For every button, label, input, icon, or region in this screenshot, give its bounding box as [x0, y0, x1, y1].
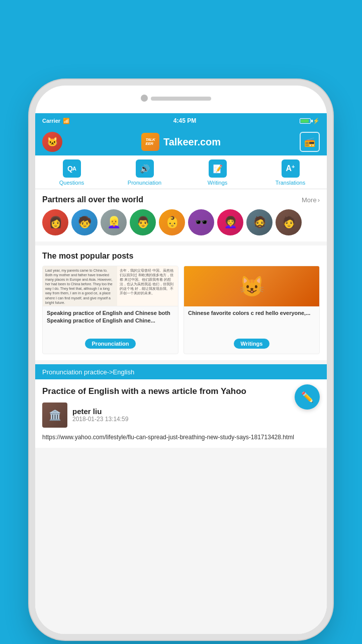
post-title-1: Speaking practice of English and Chinese… — [47, 309, 174, 335]
author-name: peter liu — [72, 407, 128, 416]
partner-avatar[interactable]: 🧑 — [276, 209, 302, 235]
logo-badge: TALKEER — [141, 133, 159, 151]
post-chinese-text: 去年，我的父母曾经 中国。虽然他们以前到过 和欧洲的很多地方，但都 来过中国。他… — [117, 266, 178, 306]
post-image-2: 😺 — [184, 266, 319, 306]
writings-icon: 📝 — [209, 159, 227, 178]
user-avatar[interactable]: 🐱 — [42, 132, 62, 152]
partner-avatar[interactable]: 👩‍🦱 — [217, 209, 243, 235]
status-carrier: Carrier 📶 — [42, 118, 70, 124]
phone-speaker — [151, 97, 211, 101]
posts-row: Last year, my parents came to China to. … — [42, 266, 320, 354]
post-tag-pronunciation[interactable]: Pronunciation — [85, 339, 136, 349]
pronunciation-icon: 🔊 — [136, 159, 154, 178]
partner-avatar[interactable]: 🕶️ — [188, 209, 214, 235]
popular-posts-title: The most popular posts — [42, 252, 133, 261]
phone-frame: Carrier 📶 4:45 PM ⚡ 🐱 TALKEER Talkeer.co… — [35, 86, 327, 634]
post-text-area-2: Chinese favorite colors c red hello ever… — [184, 306, 319, 354]
popular-posts-section: The most popular posts Last year, my par… — [35, 246, 327, 360]
partners-row: 👩 🧒 👱‍♀️ 👨 👶 🕶️ 👩‍🦱 🧔 🧑 — [42, 209, 320, 235]
post-english-text: Last year, my parents came to China to. … — [43, 266, 117, 306]
chevron-right-icon: › — [318, 196, 320, 204]
post-card-1[interactable]: Last year, my parents came to China to. … — [42, 266, 178, 354]
partner-avatar[interactable]: 👱‍♀️ — [101, 209, 127, 235]
status-bar: Carrier 📶 4:45 PM ⚡ — [35, 113, 327, 128]
content-area: Partners all over the world More › 👩 🧒 👱… — [35, 189, 327, 634]
author-date: 2018-01-23 13:14:59 — [72, 416, 128, 423]
nav-tabs: QA Questions 🔊 Pronunciation 📝 Writings … — [35, 155, 327, 189]
app-header: 🐱 TALKEER Talkeer.com 📻 — [35, 128, 327, 155]
article-header-text: Pronunciation practice->English — [42, 368, 134, 376]
partner-avatar[interactable]: 🧒 — [71, 209, 98, 235]
partners-header: Partners all over the world More › — [42, 195, 320, 204]
tab-questions[interactable]: QA Questions — [35, 159, 108, 186]
tab-translations[interactable]: A+ Translations — [254, 159, 327, 186]
article-author-row: 🏛️ peter liu 2018-01-23 13:14:59 — [42, 403, 320, 428]
partners-more[interactable]: More › — [302, 196, 320, 204]
tab-pronunciation[interactable]: 🔊 Pronunciation — [108, 159, 181, 186]
status-time: 4:45 PM — [173, 117, 196, 124]
author-info: peter liu 2018-01-23 13:14:59 — [72, 407, 128, 423]
compose-button[interactable]: ✏️ — [295, 384, 320, 410]
partner-avatar[interactable]: 👨 — [130, 209, 156, 235]
article-link[interactable]: https://www.yahoo.com/lifestyle/flu-can-… — [42, 433, 320, 442]
tab-translations-label: Translations — [276, 180, 306, 186]
post-title-2: Chinese favorite colors c red hello ever… — [188, 309, 315, 335]
article-header-bar: Pronunciation practice->English — [35, 364, 327, 379]
wifi-icon: 📶 — [63, 118, 70, 124]
logo-text: Talkeer.com — [163, 136, 221, 148]
app-logo: TALKEER Talkeer.com — [141, 133, 221, 151]
article-title: Practice of English with a news article … — [42, 385, 320, 397]
questions-icon: QA — [63, 159, 81, 178]
post-tag-writings[interactable]: Writings — [234, 339, 270, 349]
partner-avatar[interactable]: 🧔 — [246, 209, 273, 235]
tab-writings[interactable]: 📝 Writings — [181, 159, 254, 186]
status-battery: ⚡ — [300, 118, 320, 124]
partner-avatar[interactable]: 👩 — [42, 209, 68, 235]
radio-button[interactable]: 📻 — [300, 132, 320, 152]
tab-questions-label: Questions — [59, 180, 84, 186]
article-body: Practice of English with a news article … — [35, 379, 327, 448]
phone-camera — [141, 95, 148, 102]
partners-title: Partners all over the world — [42, 195, 143, 204]
translations-icon: A+ — [282, 159, 300, 178]
article-section: Pronunciation practice->English Practice… — [35, 364, 327, 448]
phone-screen: Carrier 📶 4:45 PM ⚡ 🐱 TALKEER Talkeer.co… — [35, 113, 327, 634]
popular-posts-header: The most popular posts — [42, 252, 320, 261]
author-avatar: 🏛️ — [42, 403, 67, 428]
post-text-area-1: Speaking practice of English and Chinese… — [43, 306, 178, 354]
partner-avatar[interactable]: 👶 — [159, 209, 185, 235]
battery-icon — [300, 118, 311, 124]
partners-section: Partners all over the world More › 👩 🧒 👱… — [35, 189, 327, 242]
tab-pronunciation-label: Pronunciation — [128, 180, 161, 186]
tab-writings-label: Writings — [208, 180, 228, 186]
post-card-2[interactable]: 😺 Chinese favorite colors c red hello ev… — [184, 266, 320, 354]
